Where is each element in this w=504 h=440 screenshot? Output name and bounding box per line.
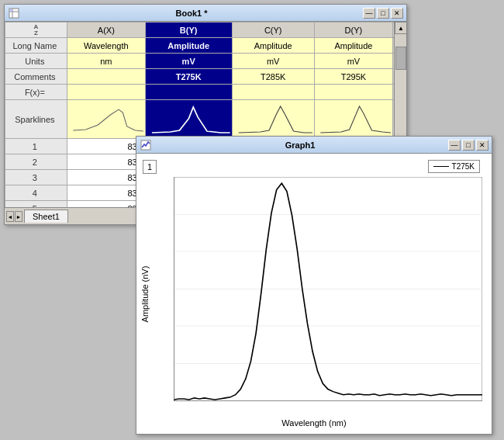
- fx-b[interactable]: [145, 85, 232, 100]
- fx-d[interactable]: [314, 85, 392, 100]
- book-close-btn[interactable]: ✕: [391, 8, 403, 19]
- scroll-up-arrow[interactable]: ▲: [395, 22, 407, 34]
- book-window-controls: — □ ✕: [363, 8, 403, 19]
- comments-d[interactable]: T295K: [314, 69, 392, 85]
- sheet-tab-1[interactable]: Sheet1: [24, 210, 68, 223]
- units-row: Units nm mV mV mV: [5, 54, 406, 69]
- comments-label: Comments: [5, 69, 67, 85]
- sparkline-d-svg: [316, 103, 391, 134]
- long-name-d[interactable]: Amplitude: [314, 38, 392, 54]
- x-axis-label: Wavelength (nm): [281, 418, 346, 428]
- comments-c[interactable]: T285K: [232, 69, 314, 85]
- corner-cell: AZ: [5, 23, 67, 38]
- graph-window: Graph1 — □ ✕ 1 T275K Amplitude (nV): [136, 136, 492, 435]
- graph-window-controls: — □ ✕: [448, 140, 488, 151]
- cell-1-a[interactable]: 835: [67, 139, 145, 154]
- graph-title-icon: [140, 139, 152, 151]
- row-num-3: 3: [5, 170, 67, 185]
- row-num-1: 1: [5, 139, 67, 154]
- col-header-d[interactable]: D(Y): [314, 23, 392, 38]
- row-num-2: 2: [5, 154, 67, 170]
- book-maximize-btn[interactable]: □: [377, 8, 389, 19]
- units-b[interactable]: mV: [145, 54, 232, 69]
- graph-title: Graph1: [152, 140, 448, 150]
- units-d[interactable]: mV: [314, 54, 392, 69]
- long-name-label: Long Name: [5, 38, 67, 54]
- book-title: Book1 *: [20, 9, 363, 18]
- chart-svg: 0 200 400 600 800 1000 800 900 1000 1100…: [174, 177, 482, 401]
- long-name-a[interactable]: Wavelength: [67, 38, 145, 54]
- book-title-bar: Book1 * — □ ✕: [5, 5, 406, 22]
- legend-line-icon: [433, 166, 449, 167]
- book-title-icon: [8, 7, 20, 19]
- graph-content: 1 T275K Amplitude (nV) 0 200 400: [136, 154, 492, 434]
- sparkline-b-svg: [147, 103, 230, 134]
- fx-row: F(x)=: [5, 85, 406, 100]
- comments-b[interactable]: T275K: [145, 69, 232, 85]
- cell-5-a[interactable]: 839: [67, 201, 145, 208]
- sparkline-a: [67, 100, 145, 139]
- row-num-5: 5: [5, 201, 67, 208]
- cell-3-a[interactable]: 837: [67, 170, 145, 185]
- comments-row: Comments T275K T285K T295K: [5, 69, 406, 85]
- long-name-row: Long Name Wavelength Amplitude Amplitude…: [5, 38, 406, 54]
- sparkline-c-svg: [234, 103, 312, 134]
- long-name-c[interactable]: Amplitude: [232, 38, 314, 54]
- sparklines-label: Sparklines: [5, 100, 67, 139]
- sparkline-c: [232, 100, 314, 139]
- scroll-thumb[interactable]: [395, 47, 406, 70]
- long-name-b[interactable]: Amplitude: [145, 38, 232, 54]
- nav-prev-arrow[interactable]: ◄: [6, 211, 14, 222]
- graph-maximize-btn[interactable]: □: [462, 140, 475, 151]
- cell-2-a[interactable]: 836: [67, 154, 145, 170]
- units-label: Units: [5, 54, 67, 69]
- row-num-4: 4: [5, 185, 67, 201]
- fx-c[interactable]: [232, 85, 314, 100]
- units-a[interactable]: nm: [67, 54, 145, 69]
- graph-legend: T275K: [428, 160, 480, 173]
- book-minimize-btn[interactable]: —: [363, 8, 375, 19]
- y-axis-label: Amplitude (nV): [140, 265, 150, 322]
- col-header-c[interactable]: C(Y): [232, 23, 314, 38]
- graph-badge: 1: [143, 160, 157, 174]
- svg-rect-3: [10, 9, 12, 12]
- legend-label: T275K: [452, 162, 475, 171]
- graph-minimize-btn[interactable]: —: [448, 140, 461, 151]
- graph-title-bar: Graph1 — □ ✕: [136, 137, 492, 154]
- sparkline-d: [314, 100, 392, 139]
- col-header-a[interactable]: A(X): [67, 23, 145, 38]
- cell-4-a[interactable]: 838: [67, 185, 145, 201]
- sparkline-a-svg: [69, 103, 143, 134]
- fx-label: F(x)=: [5, 85, 67, 100]
- sparkline-b: [145, 100, 232, 139]
- col-header-b[interactable]: B(Y): [145, 23, 232, 38]
- column-header-row: AZ A(X) B(Y) C(Y) D(Y): [5, 23, 406, 38]
- units-c[interactable]: mV: [232, 54, 314, 69]
- fx-a[interactable]: [67, 85, 145, 100]
- sheet-nav-arrows: ◄ ►: [6, 211, 22, 222]
- comments-a[interactable]: [67, 69, 145, 85]
- sparklines-row: Sparklines: [5, 100, 406, 139]
- nav-next-arrow[interactable]: ►: [15, 211, 22, 222]
- graph-close-btn[interactable]: ✕: [476, 140, 488, 151]
